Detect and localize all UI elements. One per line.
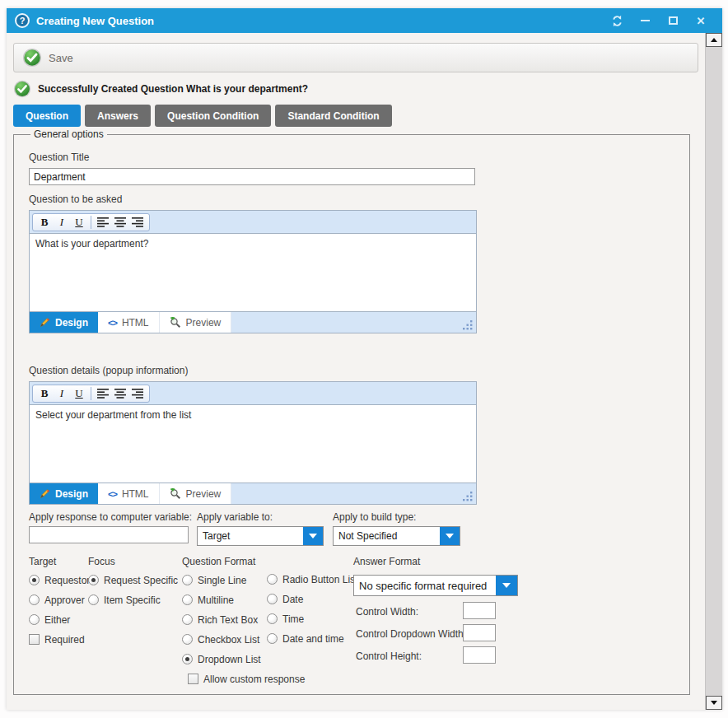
checkbox-required[interactable]: Required (29, 634, 90, 645)
options-grid: Target Requestor Approver (29, 556, 674, 696)
radio-time[interactable]: Time (267, 613, 357, 624)
toolbar-separator (91, 216, 91, 229)
general-options-legend: General options (30, 128, 107, 140)
question-asked-editor: B I U (29, 210, 477, 333)
align-left-icon[interactable] (95, 215, 111, 230)
save-check-icon (22, 48, 42, 68)
bold-button[interactable]: B (36, 215, 53, 230)
bold-button[interactable]: B (36, 386, 53, 401)
status-row: Successfully Created Question What is yo… (13, 79, 698, 99)
html-tag-icon: <> (108, 489, 117, 499)
toolbar-separator (91, 387, 91, 400)
editor1-design-tab[interactable]: Design (30, 312, 98, 333)
control-height-input[interactable] (463, 646, 496, 664)
italic-button[interactable]: I (54, 215, 70, 230)
apply-variable-label: Apply variable to: (197, 511, 273, 523)
radio-date[interactable]: Date (267, 594, 357, 604)
toolbar: Save (13, 43, 698, 72)
question-details-editor-body[interactable]: Select your department from the list (30, 404, 476, 483)
html-tag-icon: <> (108, 318, 117, 328)
scroll-content: Save Successfully Created Question What … (7, 33, 705, 710)
question-asked-label: Question to be asked (29, 193, 674, 205)
editor2-html-tab[interactable]: <> HTML (98, 483, 160, 504)
italic-button[interactable]: I (54, 386, 70, 401)
control-width-label: Control Width: (356, 606, 418, 618)
radio-radio-button-list[interactable]: Radio Button List (267, 574, 357, 585)
answer-format-group: Answer Format No specific format require… (353, 556, 520, 669)
answer-format-dropdown[interactable]: No specific format required (353, 575, 518, 596)
radio-either[interactable]: Either (29, 614, 90, 625)
vertical-scrollbar[interactable] (705, 33, 722, 710)
magnifier-icon (170, 488, 181, 500)
target-label: Target (29, 556, 90, 567)
success-check-icon (13, 80, 31, 98)
dropdown-arrow-icon[interactable] (303, 527, 323, 545)
editor2-toolbar: B I U (30, 382, 476, 404)
align-right-icon[interactable] (129, 215, 146, 230)
radio-item-specific[interactable]: Item Specific (88, 594, 178, 605)
page-background: ? Creating New Question ✕ (0, 0, 728, 718)
editor1-preview-tab[interactable]: Preview (160, 312, 232, 333)
control-height-row: Control Height: (353, 646, 520, 669)
focus-label: Focus (88, 556, 178, 567)
align-center-icon[interactable] (112, 215, 128, 230)
scroll-down-icon[interactable] (706, 696, 722, 710)
align-right-icon[interactable] (129, 386, 146, 401)
dialog-content: Save Successfully Created Question What … (7, 33, 722, 710)
titlebar: ? Creating New Question ✕ (7, 8, 722, 33)
save-button[interactable]: Save (21, 46, 82, 69)
tab-answers[interactable]: Answers (85, 105, 151, 127)
align-left-icon[interactable] (95, 386, 111, 401)
close-button[interactable]: ✕ (693, 12, 709, 29)
question-details-editor: B I U (29, 381, 477, 505)
computer-variable-label: Apply response to computer variable: (29, 511, 192, 523)
window-title: Creating New Question (36, 15, 154, 27)
target-group: Target Requestor Approver (29, 556, 90, 654)
resize-grip[interactable] (463, 492, 473, 501)
editor1-footer: Design <> HTML (30, 312, 476, 333)
checkbox-allow-custom-response[interactable]: Allow custom response (188, 674, 305, 684)
control-width-row: Control Width: (353, 602, 520, 624)
question-title-input[interactable] (29, 168, 475, 185)
resize-grip[interactable] (463, 320, 473, 330)
control-dropdown-width-row: Control Dropdown Width: (353, 624, 520, 646)
underline-button[interactable]: U (71, 215, 87, 230)
radio-approver[interactable]: Approver (29, 594, 90, 605)
maximize-button[interactable] (665, 12, 681, 29)
editor2-design-tab[interactable]: Design (30, 483, 98, 504)
control-dropdown-width-label: Control Dropdown Width: (356, 628, 466, 640)
editor2-footer: Design <> HTML (30, 483, 476, 504)
radio-date-and-time[interactable]: Date and time (267, 633, 357, 644)
variable-row: Apply response to computer variable: App… (29, 511, 674, 552)
computer-variable-input[interactable] (29, 526, 189, 543)
save-button-label: Save (49, 52, 73, 64)
radio-requestor[interactable]: Requestor (29, 575, 90, 585)
question-details-label: Question details (popup information) (29, 365, 674, 376)
apply-variable-dropdown[interactable]: Target (197, 526, 324, 546)
refresh-icon[interactable] (609, 12, 625, 29)
control-height-label: Control Height: (356, 650, 422, 662)
radio-request-specific[interactable]: Request Specific (88, 575, 178, 585)
window-controls: ✕ (609, 12, 714, 29)
scroll-up-icon[interactable] (706, 33, 722, 47)
underline-button[interactable]: U (71, 386, 87, 401)
minimize-button[interactable] (637, 12, 653, 29)
status-message: Successfully Created Question What is yo… (38, 83, 308, 95)
align-center-icon[interactable] (112, 386, 128, 401)
build-type-dropdown[interactable]: Not Specified (333, 526, 460, 546)
radio-dropdown-list[interactable]: Dropdown List (182, 654, 305, 664)
editor1-html-tab[interactable]: <> HTML (98, 312, 160, 333)
control-dropdown-width-input[interactable] (463, 624, 496, 641)
pencil-icon (40, 317, 50, 328)
dropdown-arrow-icon[interactable] (496, 576, 517, 595)
question-asked-editor-body[interactable]: What is your department? (30, 233, 476, 312)
dropdown-arrow-icon[interactable] (440, 527, 460, 545)
help-icon[interactable]: ? (15, 13, 30, 28)
tab-question-condition[interactable]: Question Condition (155, 105, 271, 127)
editor2-preview-tab[interactable]: Preview (160, 483, 232, 504)
scrollbar-track[interactable] (706, 47, 722, 696)
control-width-input[interactable] (463, 602, 496, 619)
question-title-label: Question Title (29, 152, 674, 163)
tab-standard-condition[interactable]: Standard Condition (275, 105, 391, 127)
tab-question[interactable]: Question (13, 105, 81, 127)
